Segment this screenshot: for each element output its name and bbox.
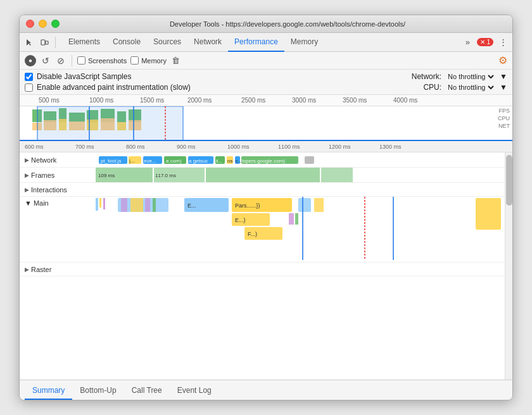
raster-label-text: Raster <box>31 266 51 273</box>
frames-label-text: Frames <box>31 171 54 179</box>
main-arrow[interactable]: ▼ <box>25 199 32 207</box>
frames-svg: 109 ms 117.0 ms <box>96 168 505 182</box>
ruler-label-4000: 4000 ms <box>393 97 417 104</box>
ruler-label-500: 500 ms <box>39 97 60 104</box>
toolbar: ● ↺ ⊘ Screenshots Memory 🗑 ⚙ <box>20 52 512 70</box>
svg-text:F...): F...) <box>248 231 257 237</box>
tab-elements[interactable]: Elements <box>62 33 106 52</box>
interactions-arrow[interactable]: ▶ <box>25 187 29 193</box>
bottom-tabs: Summary Bottom-Up Call Tree Event Log <box>20 380 512 400</box>
svg-rect-59 <box>298 198 311 212</box>
svg-rect-53 <box>145 198 150 212</box>
close-button[interactable] <box>26 20 34 28</box>
memory-checkbox[interactable] <box>130 56 139 65</box>
detail-ruler-700: 700 ms <box>75 144 94 150</box>
main-row-content: E... Pars......}) E...) F...) <box>96 197 505 262</box>
ruler-label-1000: 1000 ms <box>89 97 113 104</box>
frames-arrow[interactable]: ▶ <box>25 172 29 178</box>
svg-text:li...: li... <box>216 158 222 164</box>
svg-text:ns: ns <box>227 158 232 164</box>
device-toolbar-icon[interactable] <box>37 35 51 49</box>
disable-js-samples-label: Disable JavaScript Samples <box>37 72 131 81</box>
tab-performance[interactable]: Performance <box>228 33 284 52</box>
svg-rect-1 <box>46 41 48 44</box>
tab-console[interactable]: Console <box>106 33 147 52</box>
svg-rect-67 <box>476 198 501 230</box>
frames-row: ▶ Frames 109 ms 117.0 ms <box>20 168 505 183</box>
svg-rect-65 <box>289 213 294 225</box>
minimize-button[interactable] <box>39 20 47 28</box>
tab-event-log[interactable]: Event Log <box>170 382 219 400</box>
disable-js-samples-checkbox[interactable] <box>25 73 33 81</box>
svg-text:E...): E...) <box>235 217 246 223</box>
detail-ruler-1200: 1200 ms <box>329 144 351 150</box>
screenshots-checkbox[interactable] <box>77 56 86 65</box>
network-throttle-select[interactable]: No throttling <box>445 72 496 81</box>
interactions-label-text: Interactions <box>31 186 67 194</box>
svg-rect-44 <box>321 168 353 182</box>
tab-memory[interactable]: Memory <box>284 33 324 52</box>
svg-text:109 ms: 109 ms <box>98 173 115 178</box>
frames-row-label: ▶ Frames <box>20 171 96 179</box>
tab-network[interactable]: Network <box>187 33 228 52</box>
select-tool-icon[interactable] <box>22 35 36 49</box>
detail-ruler-600: 600 ms <box>25 144 44 150</box>
ruler-label-3500: 3500 ms <box>343 97 367 104</box>
cpu-label: CPU <box>498 115 510 121</box>
detail-ruler-1000: 1000 ms <box>227 144 250 150</box>
memory-checkbox-group: Memory <box>130 56 167 65</box>
cpu-throttle-label: CPU: <box>423 83 441 92</box>
more-tabs-button[interactable]: » <box>460 35 474 49</box>
main-section: ▼ Main <box>20 197 505 263</box>
raster-arrow[interactable]: ▶ <box>25 266 29 273</box>
detail-ruler: 600 ms 700 ms 800 ms 900 ms 1000 ms 1100… <box>20 141 512 152</box>
cpu-throttle-arrow: ▼ <box>500 83 507 92</box>
devtools-nav: Elements Console Sources Network Perform… <box>20 33 512 52</box>
svg-rect-54 <box>153 198 156 212</box>
tab-bottom-up[interactable]: Bottom-Up <box>72 382 124 400</box>
svg-rect-60 <box>314 198 324 212</box>
timeline-content[interactable]: ▶ Network <box>20 152 505 380</box>
raster-row-content <box>96 263 505 276</box>
enable-paint-checkbox[interactable] <box>25 84 33 92</box>
title-bar: Developer Tools - https://developers.goo… <box>20 15 512 33</box>
main-row-label: ▼ Main <box>20 197 96 262</box>
nav-tabs: Elements Console Sources Network Perform… <box>62 33 460 52</box>
overview-chart <box>20 106 512 141</box>
clear-button[interactable]: ⊘ <box>55 55 66 66</box>
ruler-label-2500: 2500 ms <box>241 97 265 104</box>
network-arrow[interactable]: ▶ <box>25 157 29 163</box>
svg-text:eve...: eve... <box>144 158 156 164</box>
svg-rect-0 <box>41 40 45 45</box>
svg-rect-49 <box>103 198 105 209</box>
network-throttle-label: Network: <box>412 72 441 81</box>
reload-button[interactable]: ↺ <box>40 55 51 66</box>
svg-text:.e.com): .e.com) <box>165 158 182 164</box>
record-button[interactable]: ● <box>25 55 36 66</box>
network-throttle-arrow: ▼ <box>500 72 507 81</box>
cpu-throttle-select[interactable]: No throttling <box>445 83 496 92</box>
svg-rect-66 <box>295 213 298 225</box>
tab-sources[interactable]: Sources <box>147 33 187 52</box>
overview-area[interactable]: FPS CPU NET <box>20 106 512 141</box>
scrollbar[interactable] <box>505 152 512 380</box>
ruler-label-2000: 2000 ms <box>187 97 212 104</box>
option-line-2: Enable advanced paint instrumentation (s… <box>25 83 507 92</box>
network-bars-svg: pt_foot.js |... eve... .e.com) a getsuc … <box>96 152 505 167</box>
maximize-button[interactable] <box>51 20 60 28</box>
devtools-window: Developer Tools - https://developers.goo… <box>19 15 513 400</box>
tab-summary[interactable]: Summary <box>25 382 72 400</box>
interactions-row: ▶ Interactions <box>20 183 505 197</box>
svg-text:pt_foot.js: pt_foot.js <box>101 158 121 164</box>
network-throttle-group: Network: No throttling ▼ <box>412 72 507 81</box>
trash-icon[interactable]: 🗑 <box>172 56 180 65</box>
devtools-menu-icon[interactable]: ⋮ <box>496 35 510 49</box>
scrollbar-thumb[interactable] <box>506 155 512 206</box>
settings-icon[interactable]: ⚙ <box>498 54 507 66</box>
svg-rect-48 <box>99 198 101 207</box>
svg-text:lopers.google.com): lopers.google.com) <box>242 158 285 164</box>
window-title: Developer Tools - https://developers.goo… <box>69 20 506 28</box>
tab-call-tree[interactable]: Call Tree <box>124 382 170 400</box>
error-count: 1 <box>486 39 490 46</box>
svg-rect-31 <box>305 156 314 164</box>
